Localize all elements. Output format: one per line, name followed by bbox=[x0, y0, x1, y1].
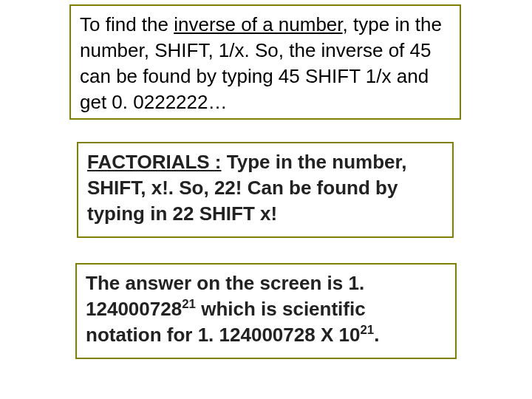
text-run: To find the bbox=[80, 13, 174, 35]
paragraph-answer: The answer on the screen is 1. 124000728… bbox=[75, 263, 457, 359]
paragraph-factorials: FACTORIALS : Type in the number, SHIFT, … bbox=[77, 142, 454, 238]
paragraph-inverse: To find the inverse of a number, type in… bbox=[69, 4, 461, 120]
text-run: . bbox=[374, 324, 379, 346]
text-run-underlined: inverse of a number bbox=[174, 13, 342, 35]
exponent: 21 bbox=[360, 324, 374, 338]
text-run-underlined: FACTORIALS : bbox=[87, 151, 222, 173]
slide: To find the inverse of a number, type in… bbox=[0, 0, 532, 399]
exponent: 21 bbox=[182, 297, 196, 311]
